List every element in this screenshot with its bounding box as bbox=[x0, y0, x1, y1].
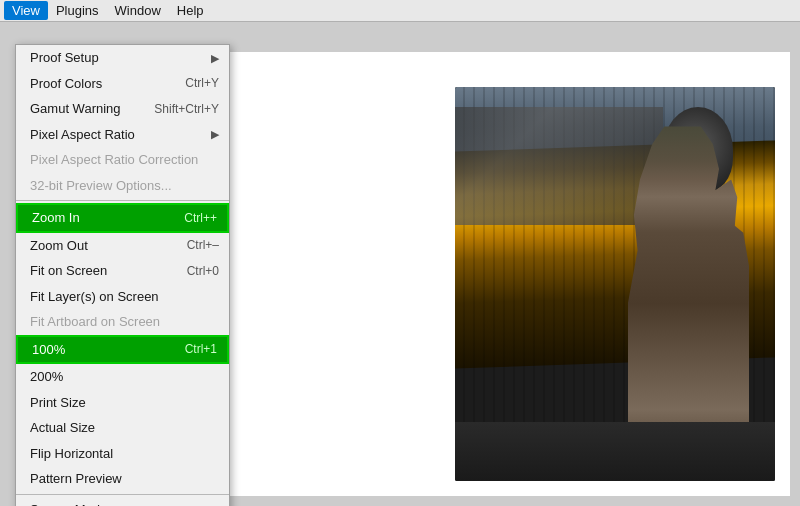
menu-item-actual-size[interactable]: Actual Size bbox=[16, 415, 229, 441]
menu-plugins[interactable]: Plugins bbox=[48, 1, 107, 20]
submenu-arrow-par: ▶ bbox=[211, 126, 219, 143]
app-window: View Plugins Window Help bbox=[0, 0, 800, 506]
view-dropdown-menu: Proof Setup ▶ Proof Colors Ctrl+Y Gamut … bbox=[15, 44, 230, 506]
cars bbox=[455, 107, 663, 225]
menu-item-proof-colors[interactable]: Proof Colors Ctrl+Y bbox=[16, 71, 229, 97]
menu-item-fit-artboard: Fit Artboard on Screen bbox=[16, 309, 229, 335]
menu-item-zoom-in[interactable]: Zoom In Ctrl++ bbox=[16, 203, 229, 233]
menu-item-gamut-warning[interactable]: Gamut Warning Shift+Ctrl+Y bbox=[16, 96, 229, 122]
menu-view[interactable]: View bbox=[4, 1, 48, 20]
menu-item-pattern-preview[interactable]: Pattern Preview bbox=[16, 466, 229, 492]
image-canvas bbox=[225, 52, 790, 496]
menu-item-flip-horizontal[interactable]: Flip Horizontal bbox=[16, 441, 229, 467]
menu-item-32bit: 32-bit Preview Options... bbox=[16, 173, 229, 199]
menu-item-screen-mode[interactable]: Screen Mode ▶ bbox=[16, 497, 229, 507]
ground bbox=[455, 422, 775, 481]
menu-bar: View Plugins Window Help bbox=[0, 0, 800, 22]
image-area bbox=[455, 87, 775, 481]
menu-item-par-correction: Pixel Aspect Ratio Correction bbox=[16, 147, 229, 173]
submenu-arrow-screen: ▶ bbox=[211, 501, 219, 506]
menu-help[interactable]: Help bbox=[169, 1, 212, 20]
menu-item-fit-layers[interactable]: Fit Layer(s) on Screen bbox=[16, 284, 229, 310]
menu-item-fit-screen[interactable]: Fit on Screen Ctrl+0 bbox=[16, 258, 229, 284]
separator-1 bbox=[16, 200, 229, 201]
menu-item-zoom-out[interactable]: Zoom Out Ctrl+– bbox=[16, 233, 229, 259]
content-area: Proof Setup ▶ Proof Colors Ctrl+Y Gamut … bbox=[0, 22, 800, 506]
menu-window[interactable]: Window bbox=[107, 1, 169, 20]
menu-item-print-size[interactable]: Print Size bbox=[16, 390, 229, 416]
menu-item-pixel-aspect-ratio[interactable]: Pixel Aspect Ratio ▶ bbox=[16, 122, 229, 148]
separator-2 bbox=[16, 494, 229, 495]
menu-item-200percent[interactable]: 200% bbox=[16, 364, 229, 390]
menu-item-100percent[interactable]: 100% Ctrl+1 bbox=[16, 335, 229, 365]
menu-item-proof-setup[interactable]: Proof Setup ▶ bbox=[16, 45, 229, 71]
photo-scene bbox=[455, 87, 775, 481]
submenu-arrow: ▶ bbox=[211, 50, 219, 67]
